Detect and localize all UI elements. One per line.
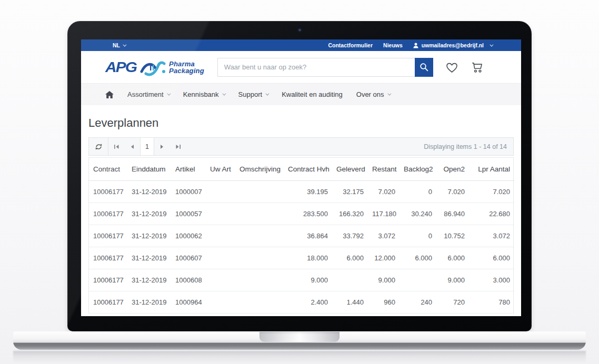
nav-label: Assortiment (127, 90, 164, 98)
language-switcher[interactable]: NL (113, 42, 125, 48)
cell-geleverd: 33.792 (332, 225, 368, 247)
column-header-lpr-aantal[interactable]: Lpr Aantal (469, 158, 514, 180)
column-header-artikel[interactable]: Artikel (171, 158, 206, 180)
column-header-contract-hvh[interactable]: Contract Hvh (284, 158, 332, 180)
laptop-base (13, 331, 586, 350)
contact-form-link[interactable]: Contactformulier (328, 42, 373, 48)
cell-contract: 10006177 (89, 269, 127, 291)
cell-restant: 9.000 (368, 269, 400, 291)
nav-label: Kwaliteit en auditing (282, 90, 343, 98)
cell-uw-art (206, 180, 235, 203)
cell-einddatum: 31-12-2019 (127, 269, 171, 291)
nav-item-kennisbank[interactable]: Kennisbank (183, 90, 225, 98)
chevron-down-icon (222, 92, 226, 96)
chevron-down-icon (490, 43, 493, 46)
cell-contract: 10006177 (89, 247, 127, 269)
cell-einddatum: 31-12-2019 (127, 180, 171, 203)
table-body: 10006177 31-12-2019 1000007 39.195 32.17… (89, 180, 514, 313)
cell-backlog2: 6.000 (400, 247, 436, 269)
table-row[interactable]: 10006177 31-12-2019 1000057 283.500 166.… (89, 203, 514, 225)
nav-home[interactable] (105, 91, 114, 98)
cart-button[interactable] (471, 60, 484, 74)
cell-einddatum: 31-12-2019 (127, 225, 171, 247)
column-header-contract[interactable]: Contract (89, 158, 127, 180)
page-title: Leverplannen (88, 116, 514, 130)
cell-backlog2: 0 (400, 225, 436, 247)
laptop-reflection (13, 351, 586, 364)
search-input[interactable] (217, 58, 415, 77)
logo-brand-line2: Packaging (169, 67, 204, 75)
dna-helix-icon (139, 58, 166, 76)
cell-omschrijving (235, 180, 284, 203)
table-row[interactable]: 10006177 31-12-2019 1000062 36.864 33.79… (89, 225, 514, 247)
cell-restant: 3.072 (368, 225, 400, 247)
wishlist-button[interactable] (445, 60, 459, 74)
chevron-down-icon (167, 92, 171, 96)
column-header-einddatum[interactable]: Einddatum (127, 158, 171, 180)
cell-omschrijving (235, 291, 284, 313)
logo-brand-text: Pharma Packaging (169, 60, 204, 74)
home-icon (105, 91, 114, 98)
cell-geleverd: 6.000 (332, 247, 368, 269)
column-header-open2[interactable]: Open2 (436, 158, 469, 180)
cell-omschrijving (235, 247, 284, 269)
cell-open2: 720 (436, 291, 469, 313)
search-button[interactable] (415, 58, 433, 77)
search-bar (217, 58, 433, 77)
cell-restant: 960 (368, 291, 400, 313)
nav-item-kwaliteit[interactable]: Kwaliteit en auditing (282, 90, 343, 98)
user-account-menu[interactable]: uwmailadres@bedrijf.nl (413, 42, 492, 48)
cell-contract-hvh: 9.000 (284, 269, 332, 291)
last-page-icon (175, 144, 181, 149)
company-logo[interactable]: APG Pharma Packaging (105, 58, 204, 76)
nav-item-support[interactable]: Support (238, 90, 268, 98)
cell-contract: 10006177 (89, 291, 127, 313)
cell-lpr-aantal: 7.020 (469, 180, 514, 203)
cell-uw-art (206, 225, 235, 247)
cell-open2: 10.752 (436, 225, 469, 247)
cell-backlog2: 30.240 (400, 203, 436, 225)
table-row[interactable]: 10006177 31-12-2019 1000608 9.000 9.000 (89, 269, 514, 291)
refresh-icon (95, 143, 103, 150)
cell-einddatum: 31-12-2019 (127, 203, 171, 225)
cell-artikel: 1000964 (171, 291, 206, 313)
cell-contract-hvh: 283.500 (284, 203, 332, 225)
column-header-uw-art[interactable]: Uw Art (206, 158, 235, 180)
cell-lpr-aantal: 780 (469, 291, 514, 313)
table-row[interactable]: 10006177 31-12-2019 1000964 2.400 1.440 … (89, 291, 514, 313)
top-utility-bar: NL Contactformulier Nieuws uwmailadres@b… (81, 39, 521, 51)
cell-uw-art (206, 291, 235, 313)
next-page-button[interactable] (154, 138, 170, 155)
column-header-geleverd[interactable]: Geleverd (332, 158, 368, 180)
cell-artikel: 1000608 (171, 269, 206, 291)
first-page-icon (114, 144, 119, 149)
nav-item-assortiment[interactable]: Assortiment (127, 90, 169, 98)
cell-restant: 7.020 (368, 180, 400, 203)
first-page-button[interactable] (108, 138, 124, 155)
cell-contract: 10006177 (89, 203, 127, 225)
refresh-button[interactable] (89, 138, 108, 155)
news-link[interactable]: Nieuws (383, 42, 403, 48)
table-row[interactable]: 10006177 31-12-2019 1000007 39.195 32.17… (89, 180, 514, 203)
cell-geleverd: 166.320 (332, 203, 368, 225)
cell-open2: 9.000 (436, 269, 469, 291)
column-header-restant[interactable]: Restant (368, 158, 400, 180)
cell-omschrijving (235, 203, 284, 225)
column-header-omschrijving[interactable]: Omschrijving (235, 158, 284, 180)
laptop-bezel: NL Contactformulier Nieuws uwmailadres@b… (67, 21, 532, 331)
nav-label: Over ons (356, 90, 384, 98)
cell-contract: 10006177 (89, 225, 127, 247)
cell-lpr-aantal: 3.072 (469, 225, 514, 247)
logo-acronym: APG (105, 58, 136, 75)
cell-artikel: 1000057 (171, 203, 206, 225)
cell-restant: 12.000 (368, 247, 400, 269)
current-page-indicator[interactable]: 1 (140, 138, 154, 155)
column-header-backlog2[interactable]: Backlog2 (400, 158, 436, 180)
nav-item-over-ons[interactable]: Over ons (356, 90, 390, 98)
previous-page-button[interactable] (124, 138, 140, 155)
cell-artikel: 1000007 (171, 180, 206, 203)
table-row[interactable]: 10006177 31-12-2019 1000607 18.000 6.000… (89, 247, 514, 269)
last-page-button[interactable] (170, 138, 186, 155)
table-header-row: Contract Einddatum Artikel Uw Art Omschr… (89, 158, 514, 180)
chevron-down-icon (387, 92, 391, 96)
